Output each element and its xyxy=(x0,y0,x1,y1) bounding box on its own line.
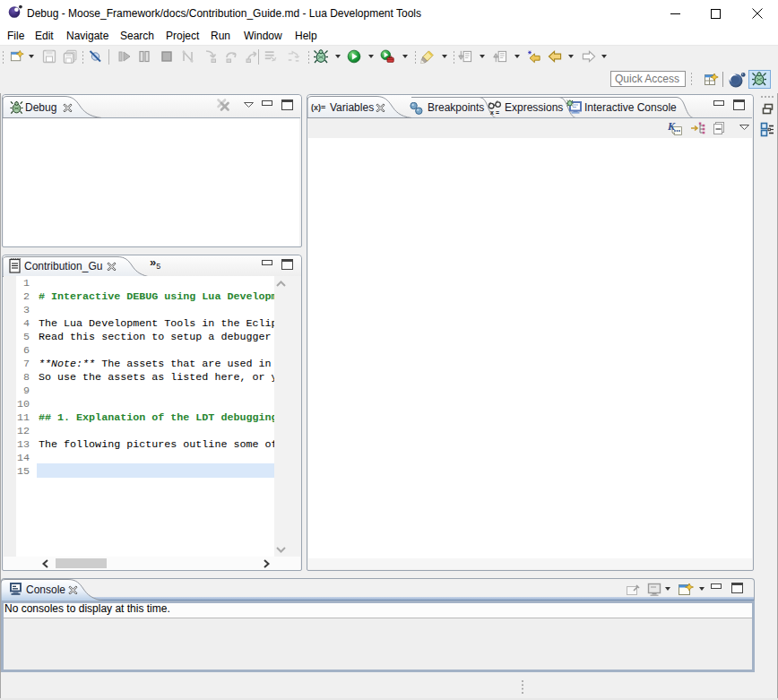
svg-text:=: = xyxy=(496,109,499,116)
svg-text:x: x xyxy=(490,109,494,116)
